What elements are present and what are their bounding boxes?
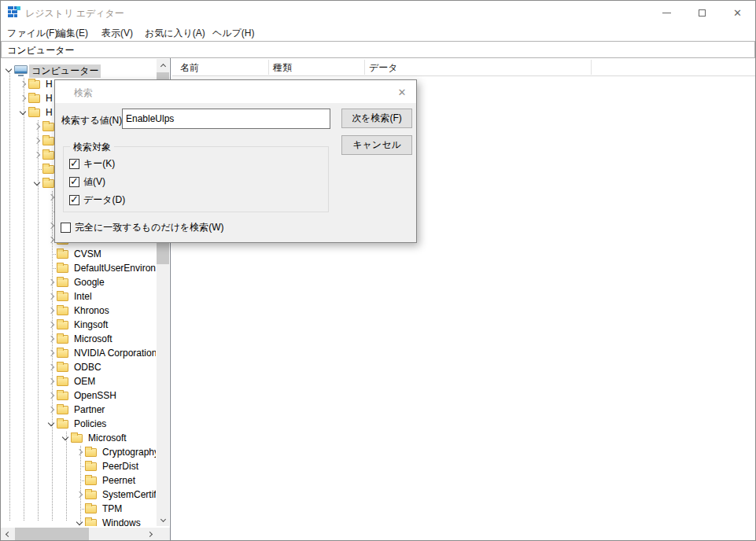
tree-item-peerdist[interactable]: PeerDist [1, 459, 156, 473]
column-header-data[interactable]: データ [369, 61, 398, 75]
tree-item-microsoft[interactable]: Microsoft [1, 431, 156, 445]
tree-item-tpm[interactable]: TPM [1, 502, 156, 516]
scroll-up-button[interactable] [157, 59, 169, 72]
tree-item-label[interactable]: SystemCertific [100, 489, 156, 500]
checkbox-box[interactable]: ✓ [61, 223, 71, 233]
chevron-down-icon[interactable] [48, 420, 54, 426]
scroll-right-button[interactable] [145, 528, 157, 540]
tree-item--[interactable]: コンピューター [1, 63, 156, 77]
chevron-right-icon[interactable] [76, 449, 83, 455]
menu-favorites[interactable]: お気に入り(A) [145, 27, 205, 40]
chevron-right-icon[interactable] [48, 378, 54, 385]
tree-item-label[interactable]: H [43, 93, 55, 104]
tree-item-oem[interactable]: OEM [1, 374, 156, 388]
chevron-right-icon[interactable] [48, 336, 54, 342]
chevron-right-icon[interactable] [34, 123, 40, 130]
chevron-right-icon[interactable] [48, 407, 54, 413]
checkbox-exact-match[interactable]: ✓ 完全に一致するものだけを検索(W) [61, 221, 224, 234]
chevron-right-icon[interactable] [34, 152, 40, 158]
chevron-down-icon[interactable] [62, 434, 68, 440]
minimize-button[interactable] [649, 1, 684, 24]
tree-item-label[interactable]: Policies [72, 418, 109, 429]
menu-help[interactable]: ヘルプ(H) [212, 27, 255, 40]
column-separator[interactable] [591, 60, 592, 75]
tree-item-label[interactable]: TPM [100, 503, 124, 514]
tree-item-label[interactable]: Khronos [72, 305, 112, 316]
tree-item-label[interactable]: H [43, 79, 55, 90]
tree-item-odbc[interactable]: ODBC [1, 360, 156, 374]
address-bar[interactable]: コンピューター [1, 41, 755, 58]
column-separator[interactable] [268, 60, 269, 75]
search-value-input[interactable] [122, 109, 330, 129]
dialog-close-button[interactable]: ✕ [392, 83, 412, 101]
chevron-right-icon[interactable] [76, 491, 83, 498]
tree-item-khronos[interactable]: Khronos [1, 304, 156, 318]
chevron-right-icon[interactable] [48, 279, 54, 285]
horizontal-scroll-thumb[interactable] [15, 528, 89, 540]
tree-item-label[interactable]: コンピューター [29, 64, 101, 78]
checkbox-box[interactable]: ✓ [69, 177, 79, 187]
menu-file[interactable]: ファイル(F) [7, 27, 57, 40]
tree-item-cvsm[interactable]: CVSM [1, 247, 156, 261]
column-header-type[interactable]: 種類 [273, 61, 292, 75]
chevron-right-icon[interactable] [48, 364, 54, 370]
tree-item-defaultuserenvironn[interactable]: DefaultUserEnvironn [1, 261, 156, 275]
scroll-down-button[interactable] [157, 513, 169, 526]
chevron-right-icon[interactable] [48, 293, 54, 300]
tree-item-label[interactable]: NVIDIA Corporation [72, 348, 156, 359]
checkbox-data[interactable]: ✓ データ(D) [69, 193, 125, 207]
tree-item-label[interactable]: Microsoft [72, 333, 115, 344]
chevron-right-icon[interactable] [48, 392, 54, 399]
chevron-right-icon[interactable] [48, 307, 54, 314]
column-header-name[interactable]: 名前 [180, 61, 199, 75]
tree-item-label[interactable]: Peernet [100, 475, 138, 486]
tree-item-label[interactable]: OEM [72, 376, 98, 387]
chevron-down-icon[interactable] [6, 66, 12, 72]
chevron-right-icon[interactable] [48, 194, 54, 201]
chevron-down-icon[interactable] [20, 109, 26, 115]
chevron-right-icon[interactable] [48, 350, 54, 356]
maximize-button[interactable] [684, 1, 720, 24]
find-next-button[interactable]: 次を検索(F) [341, 109, 412, 128]
chevron-right-icon[interactable] [20, 81, 26, 87]
checkbox-box[interactable]: ✓ [69, 159, 79, 169]
tree-item-cryptography[interactable]: Cryptography [1, 445, 156, 459]
tree-item-label[interactable]: PeerDist [100, 461, 141, 472]
column-separator[interactable] [364, 60, 365, 75]
tree-horizontal-scrollbar[interactable] [1, 528, 157, 540]
tree-item-label[interactable]: DefaultUserEnvironn [72, 263, 156, 274]
chevron-right-icon[interactable] [48, 237, 54, 243]
checkbox-keys[interactable]: ✓ キー(K) [69, 157, 115, 171]
tree-item-openssh[interactable]: OpenSSH [1, 388, 156, 403]
tree-item-label[interactable]: Cryptography [100, 447, 156, 458]
tree-item-partner[interactable]: Partner [1, 403, 156, 417]
menu-view[interactable]: 表示(V) [101, 27, 133, 40]
chevron-down-icon[interactable] [76, 519, 83, 525]
tree-item-label[interactable]: Windows [100, 517, 143, 526]
menu-edit[interactable]: 編集(E) [57, 27, 88, 40]
scroll-left-button[interactable] [1, 528, 13, 540]
tree-item-label[interactable]: Microsoft [86, 432, 129, 443]
close-button[interactable]: ✕ [720, 1, 755, 24]
tree-item-google[interactable]: Google [1, 275, 156, 289]
tree-item-intel[interactable]: Intel [1, 289, 156, 304]
checkbox-box[interactable]: ✓ [69, 195, 79, 205]
tree-item-microsoft[interactable]: Microsoft [1, 332, 156, 346]
cancel-button[interactable]: キャンセル [341, 135, 412, 155]
tree-item-label[interactable]: H [43, 107, 55, 118]
chevron-right-icon[interactable] [34, 138, 40, 144]
tree-item-nvidia-corporation[interactable]: NVIDIA Corporation [1, 346, 156, 360]
checkbox-values[interactable]: ✓ 値(V) [69, 175, 105, 189]
chevron-right-icon[interactable] [20, 95, 26, 101]
chevron-right-icon[interactable] [48, 223, 54, 229]
tree-item-label[interactable]: CVSM [72, 248, 104, 259]
tree-item-windows[interactable]: Windows [1, 516, 156, 526]
tree-item-label[interactable]: OpenSSH [72, 390, 119, 401]
tree-item-label[interactable]: Google [72, 277, 107, 288]
tree-item-policies[interactable]: Policies [1, 417, 156, 431]
tree-item-label[interactable]: Intel [72, 291, 94, 302]
tree-item-label[interactable]: Partner [72, 404, 107, 415]
chevron-down-icon[interactable] [34, 179, 40, 186]
tree-item-systemcertific[interactable]: SystemCertific [1, 488, 156, 502]
tree-item-kingsoft[interactable]: Kingsoft [1, 318, 156, 332]
